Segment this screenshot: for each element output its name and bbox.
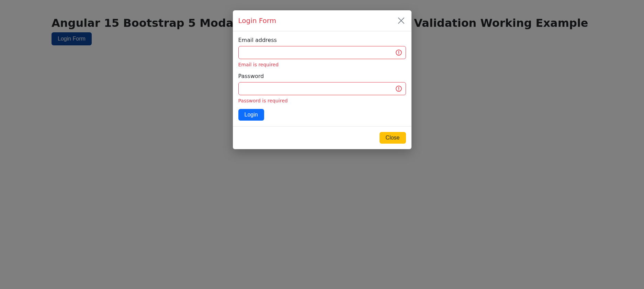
close-icon: [398, 17, 405, 24]
password-error: Password is required: [238, 98, 406, 103]
password-label: Password: [238, 73, 406, 79]
password-input-wrapper: [238, 82, 406, 95]
modal-body: Email address Email is required Password: [233, 31, 411, 126]
email-group: Email address Email is required: [238, 37, 406, 67]
login-modal: Login Form Email address Email is requir…: [233, 10, 411, 149]
email-input[interactable]: [238, 46, 406, 59]
modal-header: Login Form: [233, 10, 411, 31]
modal-footer: Close: [233, 126, 411, 149]
login-form: Email address Email is required Password: [238, 37, 406, 121]
email-label: Email address: [238, 37, 406, 43]
close-icon-button[interactable]: [396, 16, 406, 25]
login-button[interactable]: Login: [238, 109, 264, 121]
close-button[interactable]: Close: [380, 132, 406, 144]
email-error: Email is required: [238, 62, 406, 67]
password-group: Password Password is required: [238, 73, 406, 103]
email-input-wrapper: [238, 46, 406, 59]
password-input[interactable]: [238, 82, 406, 95]
modal-title: Login Form: [238, 16, 276, 25]
